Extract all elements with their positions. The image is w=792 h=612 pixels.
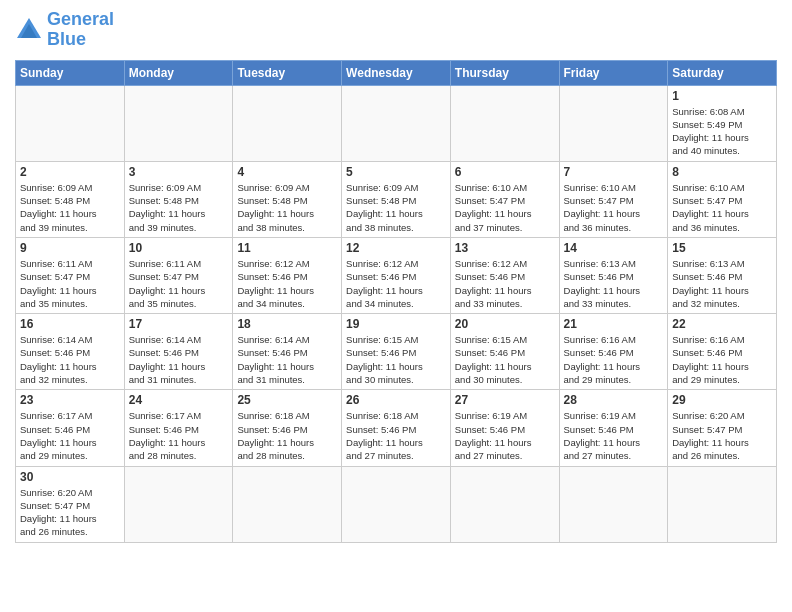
calendar-cell: 22Sunrise: 6:16 AM Sunset: 5:46 PM Dayli… <box>668 314 777 390</box>
cell-info: Sunrise: 6:09 AM Sunset: 5:48 PM Dayligh… <box>20 181 120 234</box>
calendar-cell <box>559 466 668 542</box>
cell-info: Sunrise: 6:10 AM Sunset: 5:47 PM Dayligh… <box>455 181 555 234</box>
cell-info: Sunrise: 6:11 AM Sunset: 5:47 PM Dayligh… <box>129 257 229 310</box>
col-header-thursday: Thursday <box>450 60 559 85</box>
calendar-cell <box>124 466 233 542</box>
col-header-monday: Monday <box>124 60 233 85</box>
cell-info: Sunrise: 6:17 AM Sunset: 5:46 PM Dayligh… <box>20 409 120 462</box>
day-number: 1 <box>672 89 772 103</box>
day-number: 17 <box>129 317 229 331</box>
calendar-cell: 19Sunrise: 6:15 AM Sunset: 5:46 PM Dayli… <box>342 314 451 390</box>
calendar-cell: 9Sunrise: 6:11 AM Sunset: 5:47 PM Daylig… <box>16 237 125 313</box>
calendar-cell: 21Sunrise: 6:16 AM Sunset: 5:46 PM Dayli… <box>559 314 668 390</box>
cell-info: Sunrise: 6:11 AM Sunset: 5:47 PM Dayligh… <box>20 257 120 310</box>
calendar-cell <box>668 466 777 542</box>
calendar-cell: 10Sunrise: 6:11 AM Sunset: 5:47 PM Dayli… <box>124 237 233 313</box>
calendar-cell: 25Sunrise: 6:18 AM Sunset: 5:46 PM Dayli… <box>233 390 342 466</box>
calendar-cell <box>233 85 342 161</box>
day-number: 9 <box>20 241 120 255</box>
calendar-cell: 26Sunrise: 6:18 AM Sunset: 5:46 PM Dayli… <box>342 390 451 466</box>
calendar-cell: 2Sunrise: 6:09 AM Sunset: 5:48 PM Daylig… <box>16 161 125 237</box>
calendar-cell: 16Sunrise: 6:14 AM Sunset: 5:46 PM Dayli… <box>16 314 125 390</box>
page: General Blue SundayMondayTuesdayWednesda… <box>0 0 792 553</box>
calendar-cell: 27Sunrise: 6:19 AM Sunset: 5:46 PM Dayli… <box>450 390 559 466</box>
calendar-cell <box>342 85 451 161</box>
logo-icon <box>15 16 43 44</box>
day-number: 8 <box>672 165 772 179</box>
calendar-cell: 4Sunrise: 6:09 AM Sunset: 5:48 PM Daylig… <box>233 161 342 237</box>
day-number: 14 <box>564 241 664 255</box>
cell-info: Sunrise: 6:09 AM Sunset: 5:48 PM Dayligh… <box>346 181 446 234</box>
calendar-cell: 6Sunrise: 6:10 AM Sunset: 5:47 PM Daylig… <box>450 161 559 237</box>
day-number: 26 <box>346 393 446 407</box>
day-number: 16 <box>20 317 120 331</box>
calendar-cell: 30Sunrise: 6:20 AM Sunset: 5:47 PM Dayli… <box>16 466 125 542</box>
cell-info: Sunrise: 6:08 AM Sunset: 5:49 PM Dayligh… <box>672 105 772 158</box>
day-number: 7 <box>564 165 664 179</box>
day-number: 28 <box>564 393 664 407</box>
day-number: 15 <box>672 241 772 255</box>
day-number: 2 <box>20 165 120 179</box>
day-number: 23 <box>20 393 120 407</box>
day-number: 12 <box>346 241 446 255</box>
cell-info: Sunrise: 6:20 AM Sunset: 5:47 PM Dayligh… <box>672 409 772 462</box>
cell-info: Sunrise: 6:14 AM Sunset: 5:46 PM Dayligh… <box>129 333 229 386</box>
logo: General Blue <box>15 10 114 50</box>
calendar-cell: 14Sunrise: 6:13 AM Sunset: 5:46 PM Dayli… <box>559 237 668 313</box>
calendar-cell: 11Sunrise: 6:12 AM Sunset: 5:46 PM Dayli… <box>233 237 342 313</box>
day-number: 6 <box>455 165 555 179</box>
col-header-tuesday: Tuesday <box>233 60 342 85</box>
calendar-cell: 8Sunrise: 6:10 AM Sunset: 5:47 PM Daylig… <box>668 161 777 237</box>
cell-info: Sunrise: 6:14 AM Sunset: 5:46 PM Dayligh… <box>20 333 120 386</box>
logo-text: General Blue <box>47 10 114 50</box>
calendar: SundayMondayTuesdayWednesdayThursdayFrid… <box>15 60 777 543</box>
calendar-cell: 24Sunrise: 6:17 AM Sunset: 5:46 PM Dayli… <box>124 390 233 466</box>
day-number: 11 <box>237 241 337 255</box>
cell-info: Sunrise: 6:19 AM Sunset: 5:46 PM Dayligh… <box>564 409 664 462</box>
calendar-cell: 1Sunrise: 6:08 AM Sunset: 5:49 PM Daylig… <box>668 85 777 161</box>
calendar-cell: 23Sunrise: 6:17 AM Sunset: 5:46 PM Dayli… <box>16 390 125 466</box>
cell-info: Sunrise: 6:16 AM Sunset: 5:46 PM Dayligh… <box>672 333 772 386</box>
calendar-cell: 18Sunrise: 6:14 AM Sunset: 5:46 PM Dayli… <box>233 314 342 390</box>
cell-info: Sunrise: 6:20 AM Sunset: 5:47 PM Dayligh… <box>20 486 120 539</box>
calendar-cell <box>450 466 559 542</box>
day-number: 18 <box>237 317 337 331</box>
cell-info: Sunrise: 6:15 AM Sunset: 5:46 PM Dayligh… <box>455 333 555 386</box>
calendar-cell: 29Sunrise: 6:20 AM Sunset: 5:47 PM Dayli… <box>668 390 777 466</box>
calendar-cell <box>450 85 559 161</box>
cell-info: Sunrise: 6:10 AM Sunset: 5:47 PM Dayligh… <box>564 181 664 234</box>
cell-info: Sunrise: 6:19 AM Sunset: 5:46 PM Dayligh… <box>455 409 555 462</box>
calendar-cell <box>124 85 233 161</box>
calendar-cell: 5Sunrise: 6:09 AM Sunset: 5:48 PM Daylig… <box>342 161 451 237</box>
col-header-saturday: Saturday <box>668 60 777 85</box>
cell-info: Sunrise: 6:12 AM Sunset: 5:46 PM Dayligh… <box>237 257 337 310</box>
day-number: 5 <box>346 165 446 179</box>
cell-info: Sunrise: 6:12 AM Sunset: 5:46 PM Dayligh… <box>346 257 446 310</box>
col-header-sunday: Sunday <box>16 60 125 85</box>
day-number: 21 <box>564 317 664 331</box>
day-number: 22 <box>672 317 772 331</box>
calendar-cell: 13Sunrise: 6:12 AM Sunset: 5:46 PM Dayli… <box>450 237 559 313</box>
calendar-cell <box>342 466 451 542</box>
day-number: 25 <box>237 393 337 407</box>
day-number: 27 <box>455 393 555 407</box>
cell-info: Sunrise: 6:16 AM Sunset: 5:46 PM Dayligh… <box>564 333 664 386</box>
header: General Blue <box>15 10 777 50</box>
day-number: 13 <box>455 241 555 255</box>
cell-info: Sunrise: 6:17 AM Sunset: 5:46 PM Dayligh… <box>129 409 229 462</box>
calendar-cell: 20Sunrise: 6:15 AM Sunset: 5:46 PM Dayli… <box>450 314 559 390</box>
calendar-cell <box>559 85 668 161</box>
day-number: 20 <box>455 317 555 331</box>
cell-info: Sunrise: 6:13 AM Sunset: 5:46 PM Dayligh… <box>672 257 772 310</box>
cell-info: Sunrise: 6:13 AM Sunset: 5:46 PM Dayligh… <box>564 257 664 310</box>
day-number: 29 <box>672 393 772 407</box>
col-header-friday: Friday <box>559 60 668 85</box>
calendar-cell: 17Sunrise: 6:14 AM Sunset: 5:46 PM Dayli… <box>124 314 233 390</box>
calendar-cell: 7Sunrise: 6:10 AM Sunset: 5:47 PM Daylig… <box>559 161 668 237</box>
day-number: 30 <box>20 470 120 484</box>
cell-info: Sunrise: 6:09 AM Sunset: 5:48 PM Dayligh… <box>129 181 229 234</box>
calendar-cell: 3Sunrise: 6:09 AM Sunset: 5:48 PM Daylig… <box>124 161 233 237</box>
day-number: 4 <box>237 165 337 179</box>
cell-info: Sunrise: 6:10 AM Sunset: 5:47 PM Dayligh… <box>672 181 772 234</box>
cell-info: Sunrise: 6:18 AM Sunset: 5:46 PM Dayligh… <box>346 409 446 462</box>
